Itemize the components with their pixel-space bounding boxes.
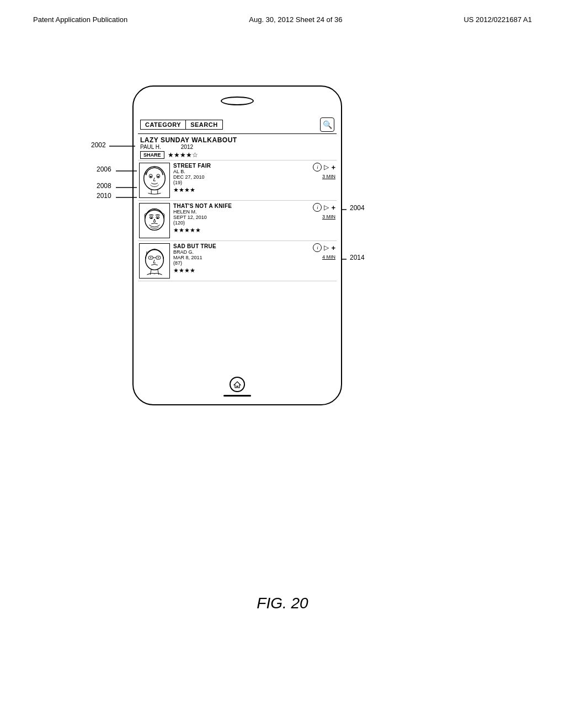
face-sketch-1	[140, 163, 169, 197]
track-date-3: MAR 8, 2011	[173, 255, 305, 260]
playlist-year: 2012	[181, 144, 193, 150]
track-info-3: SAD BUT TRUE BRAD G. MAR 8, 2011 (87) ★★…	[172, 243, 305, 274]
controls-row-1: i ▷ +	[313, 163, 335, 172]
info-icon-1[interactable]: i	[313, 163, 322, 172]
search-button[interactable]: 🔍	[320, 117, 334, 132]
track-item-3: SAD BUT TRUE BRAD G. MAR 8, 2011 (87) ★★…	[138, 241, 337, 281]
track-date-1: DEC 27, 2010	[173, 174, 305, 180]
controls-row-2: i ▷ +	[313, 203, 335, 212]
track-stars-2: ★★★★★	[173, 227, 305, 234]
info-icon-2[interactable]: i	[313, 203, 322, 212]
add-icon-1[interactable]: +	[331, 163, 335, 172]
header-left: Patent Application Publication	[33, 15, 127, 24]
phone-container: CATEGORY SEARCH 🔍 LAZY SUNDAY WALKABOUT …	[132, 85, 342, 405]
patent-header: Patent Application Publication Aug. 30, …	[33, 15, 532, 24]
screen-content: CATEGORY SEARCH 🔍 LAZY SUNDAY WALKABOUT …	[138, 115, 337, 376]
svg-point-8	[151, 217, 152, 219]
track-stars-1: ★★★★	[173, 186, 305, 194]
info-icon-3[interactable]: i	[313, 243, 322, 252]
controls-row-3: i ▷ +	[313, 243, 335, 252]
svg-point-15	[158, 257, 159, 258]
track-item-2: THAT'S NOT A KNIFE HELEN M. SEPT 12, 201…	[138, 201, 337, 241]
track-reviews-1: (19)	[173, 180, 305, 185]
playlist-title: LAZY SUNDAY WALKABOUT	[140, 136, 334, 144]
track-thumbnail-1	[139, 163, 170, 198]
svg-point-14	[150, 257, 151, 258]
track-info-2: THAT'S NOT A KNIFE HELEN M. SEPT 12, 201…	[172, 203, 305, 234]
play-icon-3[interactable]: ▷	[324, 244, 329, 251]
phone-body: CATEGORY SEARCH 🔍 LAZY SUNDAY WALKABOUT …	[132, 85, 342, 405]
header-center: Aug. 30, 2012 Sheet 24 of 36	[249, 15, 342, 24]
home-icon	[233, 381, 241, 388]
playlist-author: PAUL H.	[140, 144, 161, 150]
bottom-bar	[223, 395, 251, 397]
track-duration-1: 3 MIN	[322, 174, 335, 179]
svg-point-4	[157, 176, 159, 178]
ref-2008: 2008	[97, 182, 111, 190]
track-title-1: STREET FAIR	[173, 163, 305, 169]
playlist-stars: ★★★★☆	[168, 151, 198, 159]
ref-2006: 2006	[97, 165, 111, 173]
track-title-3: SAD BUT TRUE	[173, 243, 305, 249]
play-icon-1[interactable]: ▷	[324, 163, 329, 171]
track-thumbnail-3	[139, 243, 170, 279]
svg-line-16	[150, 269, 151, 275]
share-button[interactable]: SHARE	[140, 151, 164, 159]
face-sketch-2	[140, 204, 169, 238]
svg-line-17	[158, 269, 159, 275]
play-icon-2[interactable]: ▷	[324, 204, 329, 211]
ref-2002: 2002	[91, 141, 106, 149]
track-author-2: HELEN M.	[173, 209, 305, 215]
tab-search[interactable]: SEARCH	[186, 120, 222, 130]
ref-2004: 2004	[350, 204, 365, 212]
ref-2010: 2010	[97, 192, 111, 200]
svg-point-3	[150, 176, 152, 178]
track-date-2: SEPT 12, 2010	[173, 215, 305, 220]
top-bar: CATEGORY SEARCH 🔍	[138, 115, 337, 134]
add-icon-3[interactable]: +	[331, 244, 335, 252]
track-controls-2: i ▷ + 3 MIN	[307, 203, 335, 220]
header-right: US 2012/0221687 A1	[463, 15, 532, 24]
track-controls-3: i ▷ + 4 MIN	[307, 243, 335, 260]
track-info-1: STREET FAIR AL B. DEC 27, 2010 (19) ★★★★	[172, 163, 305, 194]
phone-speaker	[221, 97, 254, 105]
track-stars-3: ★★★★	[173, 267, 305, 274]
playlist-header: LAZY SUNDAY WALKABOUT PAUL H. 2012 SHARE…	[138, 134, 337, 160]
track-duration-2: 3 MIN	[322, 214, 335, 220]
track-author-3: BRAD G.	[173, 249, 305, 255]
track-reviews-2: (120)	[173, 220, 305, 226]
playlist-meta: PAUL H. 2012	[140, 144, 334, 150]
track-item: STREET FAIR AL B. DEC 27, 2010 (19) ★★★★…	[138, 160, 337, 201]
playlist-actions: SHARE ★★★★☆	[140, 151, 334, 159]
track-duration-3: 4 MIN	[322, 254, 335, 260]
svg-point-9	[157, 217, 158, 219]
add-icon-2[interactable]: +	[331, 204, 335, 212]
face-sketch-3	[140, 244, 169, 278]
track-controls-1: i ▷ + 3 MIN	[307, 163, 335, 179]
track-author-1: AL B.	[173, 169, 305, 174]
track-thumbnail-2	[139, 203, 170, 238]
tab-category[interactable]: CATEGORY	[140, 120, 186, 130]
track-reviews-3: (87)	[173, 260, 305, 266]
search-icon: 🔍	[323, 120, 332, 129]
home-button[interactable]	[230, 377, 245, 392]
figure-label: FIG. 20	[257, 595, 308, 612]
track-title-2: THAT'S NOT A KNIFE	[173, 203, 305, 209]
ref-2014: 2014	[350, 254, 365, 261]
